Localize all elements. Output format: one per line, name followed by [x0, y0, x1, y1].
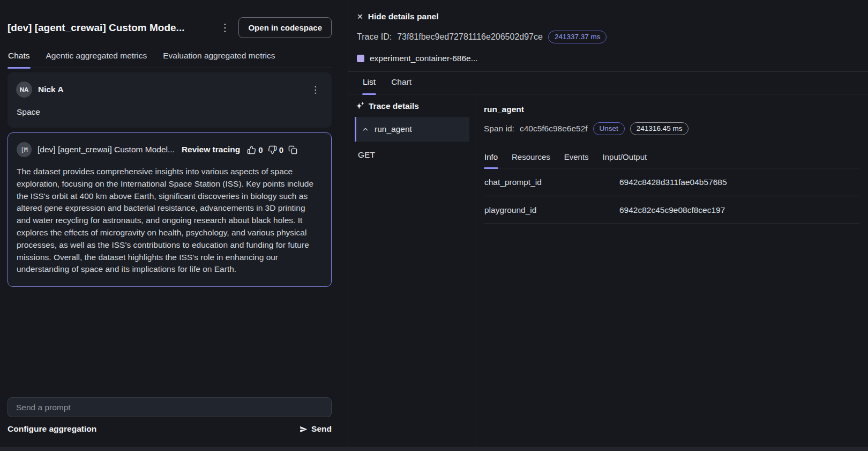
details-view-tabs: List Chart: [348, 72, 868, 94]
message-author: Nick A: [38, 85, 302, 94]
close-icon: ✕: [357, 12, 363, 21]
span-detail-tabs: Info Resources Events Input/Output: [484, 148, 859, 168]
trace-id-row: Trace ID: 73f81fbec9ed72781116e206502d97…: [357, 31, 859, 43]
sparkle-icon: [355, 102, 364, 111]
tab-chart[interactable]: Chart: [391, 72, 412, 94]
chat-panel-tabs: Chats Agentic aggregated metrics Evaluat…: [8, 46, 332, 68]
hide-details-panel-button[interactable]: ✕ Hide details panel: [357, 12, 439, 21]
tab-events[interactable]: Events: [564, 148, 589, 168]
trace-details-heading: Trace details: [355, 101, 469, 111]
thumbs-up-button[interactable]: 0: [247, 145, 263, 154]
chevron-up-icon: [362, 125, 369, 133]
experiment-row: experiment_container-686e...: [357, 54, 859, 71]
send-button[interactable]: Send: [300, 424, 332, 434]
trace-id-label: Trace ID:: [357, 32, 392, 42]
tab-chats[interactable]: Chats: [8, 46, 31, 68]
tab-list[interactable]: List: [362, 72, 376, 94]
tab-agentic-aggregated-metrics[interactable]: Agentic aggregated metrics: [46, 46, 148, 68]
experiment-name: experiment_container-686e...: [370, 54, 478, 63]
trace-details-label: Trace details: [369, 101, 419, 111]
assistant-message-title: [dev] [agent_crewai] Custom Model...: [38, 145, 175, 154]
info-key: chat_prompt_id: [484, 178, 619, 187]
experiment-color-marker: [357, 55, 364, 62]
trace-tree-item-get[interactable]: GET: [355, 142, 469, 160]
kebab-menu-icon[interactable]: ⋮: [216, 20, 233, 35]
user-message-text: Space: [17, 107, 323, 117]
feedback-controls: 0 0: [247, 145, 297, 154]
span-duration-badge: 241316.45 ms: [630, 122, 689, 135]
details-panel: ✕ Hide details panel Trace ID: 73f81fbec…: [348, 0, 868, 447]
send-icon: [300, 425, 308, 433]
copy-button[interactable]: [288, 145, 297, 154]
message-header: [M [dev] [agent_crewai] Custom Model... …: [17, 142, 323, 157]
trace-tree-item-run-agent[interactable]: run_agent: [355, 117, 469, 142]
thumbs-down-count: 0: [279, 145, 283, 154]
table-row: chat_prompt_id 6942c8428d311fae04b57685: [484, 168, 859, 196]
span-id-value: c40c5f6c98e6e52f: [520, 124, 588, 134]
details-panel-header: ✕ Hide details panel Trace ID: 73f81fbec…: [348, 0, 868, 72]
details-body: Trace details run_agent GET run_agent Sp…: [348, 94, 868, 447]
configure-aggregation-button[interactable]: Configure aggregation: [8, 424, 96, 434]
open-in-codespace-button[interactable]: Open in codespace: [238, 17, 332, 38]
page-title: [dev] [agent_crewai] Custom Mode...: [8, 22, 211, 34]
span-name: run_agent: [484, 105, 859, 114]
thumbs-up-count: 0: [258, 145, 263, 154]
table-row: playground_id 6942c82c45c9e08cf8cec197: [484, 196, 859, 224]
span-id-row: Span id: c40c5f6c98e6e52f Unset 241316.4…: [484, 122, 859, 135]
hide-details-panel-label: Hide details panel: [368, 12, 439, 21]
copy-icon: [288, 145, 297, 154]
user-message-card: NA Nick A ⋮ Space: [8, 72, 332, 128]
info-value: 6942c8428d311fae04b57685: [619, 178, 859, 187]
span-status-badge: Unset: [593, 122, 625, 135]
info-value: 6942c82c45c9e08cf8cec197: [619, 205, 859, 215]
chat-message-list: NA Nick A ⋮ Space [M [dev] [agent_crewai…: [8, 72, 332, 397]
tab-resources[interactable]: Resources: [511, 148, 551, 168]
tab-info[interactable]: Info: [484, 148, 498, 168]
trace-tree: Trace details run_agent GET: [348, 94, 476, 447]
assistant-message-text: The dataset provides comprehensive insig…: [17, 166, 317, 276]
span-id-label: Span id:: [484, 124, 514, 134]
chat-panel: [dev] [agent_crewai] Custom Mode... ⋮ Op…: [0, 0, 348, 447]
review-tracing-link[interactable]: Review tracing: [182, 145, 240, 154]
span-detail: run_agent Span id: c40c5f6c98e6e52f Unse…: [476, 94, 868, 447]
tab-input-output[interactable]: Input/Output: [602, 148, 648, 168]
chat-panel-footer: Configure aggregation Send: [8, 424, 332, 434]
window-bottom-edge: [0, 447, 868, 451]
trace-duration-badge: 241337.37 ms: [548, 31, 607, 43]
thumbs-down-button[interactable]: 0: [268, 145, 283, 154]
thumbs-up-icon: [247, 145, 256, 154]
tab-evaluation-aggregated-metrics[interactable]: Evaluation aggregated metrics: [162, 46, 275, 68]
message-kebab-icon[interactable]: ⋮: [308, 83, 323, 97]
user-avatar: NA: [16, 82, 32, 98]
thumbs-down-icon: [268, 145, 277, 154]
info-key: playground_id: [484, 205, 619, 215]
app-window: [dev] [agent_crewai] Custom Mode... ⋮ Op…: [0, 0, 868, 447]
chat-panel-header: [dev] [agent_crewai] Custom Mode... ⋮ Op…: [8, 17, 332, 38]
trace-id-value: 73f81fbec9ed72781116e206502d97ce: [397, 32, 543, 42]
send-label: Send: [311, 424, 332, 434]
assistant-message-card: [M [dev] [agent_crewai] Custom Model... …: [8, 132, 332, 287]
message-header: NA Nick A ⋮: [16, 82, 323, 98]
model-avatar: [M: [17, 142, 32, 157]
prompt-input[interactable]: [8, 397, 332, 417]
